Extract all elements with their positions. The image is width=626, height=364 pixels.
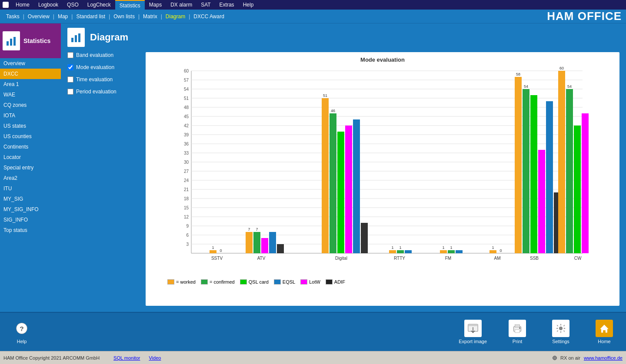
- svg-text:7: 7: [248, 227, 250, 232]
- help-button[interactable]: ? Help: [9, 320, 35, 344]
- menu-item-dxalarm[interactable]: DX alarm: [166, 0, 196, 10]
- svg-text:39: 39: [184, 132, 189, 137]
- svg-text:12: 12: [184, 215, 189, 219]
- svg-text:1: 1: [492, 245, 494, 250]
- svg-rect-67: [345, 126, 352, 253]
- nav-map[interactable]: Map: [56, 13, 70, 20]
- chart-container: Mode evaluation 3: [146, 52, 619, 306]
- nav-overview[interactable]: Overview: [26, 13, 51, 20]
- svg-text:0: 0: [499, 248, 502, 253]
- options-chart-layout: Band evaluation Mode evaluation Time eva…: [67, 52, 619, 306]
- menu-item-maps[interactable]: Maps: [145, 0, 166, 10]
- svg-text:9: 9: [186, 224, 189, 228]
- svg-text:FM: FM: [445, 256, 451, 261]
- svg-rect-88: [515, 77, 522, 253]
- sidebar-item-iota[interactable]: IOTA: [0, 110, 61, 121]
- svg-text:1: 1: [399, 245, 401, 250]
- svg-rect-92: [530, 95, 537, 253]
- svg-rect-4: [75, 35, 77, 42]
- sidebar-item-top-status[interactable]: Top status: [0, 225, 61, 235]
- svg-text:3: 3: [186, 242, 189, 247]
- option-mode-evaluation[interactable]: Mode evaluation: [67, 64, 137, 70]
- option-band-evaluation[interactable]: Band evaluation: [67, 52, 137, 58]
- print-button[interactable]: Print: [504, 320, 530, 344]
- menu-item-statistics[interactable]: Statistics: [115, 0, 145, 10]
- menu-item-help[interactable]: Help: [239, 0, 258, 10]
- checkbox-band-evaluation[interactable]: [67, 52, 73, 58]
- nav-dxcc-award[interactable]: DXCC Award: [192, 13, 226, 20]
- sidebar-item-itu[interactable]: ITU: [0, 183, 61, 194]
- svg-text:SSB: SSB: [530, 256, 539, 261]
- legend-confirmed: = confirmed: [201, 279, 235, 285]
- menu-item-logcheck[interactable]: LogCheck: [83, 0, 115, 10]
- print-label: Print: [513, 339, 523, 344]
- svg-rect-58: [261, 238, 268, 253]
- sidebar-item-my-sig-info[interactable]: MY_SIG_INFO: [0, 204, 61, 215]
- svg-text:30: 30: [184, 160, 189, 165]
- checkbox-mode-evaluation[interactable]: [67, 64, 73, 70]
- svg-rect-73: [397, 250, 404, 253]
- option-time-evaluation[interactable]: Time evaluation: [67, 76, 137, 83]
- video-link[interactable]: Video: [149, 355, 161, 361]
- sidebar-item-locator[interactable]: Locator: [0, 152, 61, 162]
- sidebar: Statistics Overview DXCC Area 1 WAE CQ z…: [0, 23, 61, 312]
- settings-label: Settings: [552, 339, 569, 344]
- export-image-button[interactable]: Export image: [459, 320, 487, 344]
- svg-rect-93: [538, 150, 545, 253]
- sidebar-item-cqzones[interactable]: CQ zones: [0, 100, 61, 110]
- svg-text:36: 36: [184, 142, 189, 146]
- checkbox-period-evaluation[interactable]: [67, 89, 73, 95]
- svg-text:AM: AM: [494, 256, 501, 261]
- svg-rect-56: [253, 232, 260, 253]
- menu-item-extras[interactable]: Extras: [215, 0, 239, 10]
- option-period-label: Period evaluation: [76, 89, 117, 95]
- nav-standard-list[interactable]: Standard list: [74, 13, 107, 20]
- svg-text:0: 0: [220, 248, 222, 253]
- svg-rect-102: [582, 113, 589, 253]
- sidebar-item-area2[interactable]: Area2: [0, 173, 61, 183]
- sidebar-item-special-entry[interactable]: Special entry: [0, 162, 61, 173]
- sidebar-item-continents[interactable]: Continents: [0, 142, 61, 152]
- content-header: Diagram: [67, 28, 619, 47]
- checkbox-time-evaluation[interactable]: [67, 76, 73, 83]
- svg-text:1: 1: [212, 245, 214, 250]
- svg-text:58: 58: [516, 72, 520, 76]
- sidebar-item-us-counties[interactable]: US counties: [0, 131, 61, 142]
- svg-rect-68: [353, 119, 360, 253]
- legend-worked: = worked: [167, 279, 196, 285]
- menu-item-home[interactable]: Home: [11, 0, 34, 10]
- website-link[interactable]: www.hamoffice.de: [584, 355, 623, 361]
- menu-item-qso[interactable]: QSO: [63, 0, 83, 10]
- sidebar-item-wae[interactable]: WAE: [0, 89, 61, 100]
- home-button[interactable]: Home: [591, 320, 617, 344]
- svg-rect-69: [361, 223, 368, 253]
- nav-own-lists[interactable]: Own lists: [112, 13, 137, 20]
- options-panel: Band evaluation Mode evaluation Time eva…: [67, 52, 137, 306]
- svg-rect-62: [322, 98, 329, 253]
- sidebar-item-overview[interactable]: Overview: [0, 58, 61, 69]
- sidebar-item-us-states[interactable]: US states: [0, 121, 61, 131]
- sidebar-item-my-sig[interactable]: MY_SIG: [0, 194, 61, 204]
- sidebar-header: Statistics: [0, 23, 61, 58]
- sidebar-item-sig-info[interactable]: SIG_INFO: [0, 215, 61, 225]
- nav-diagram[interactable]: Diagram: [164, 13, 187, 20]
- sql-monitor-link[interactable]: SQL monitor: [113, 355, 140, 361]
- nav-tasks[interactable]: Tasks: [4, 13, 21, 20]
- sidebar-list: Overview DXCC Area 1 WAE CQ zones IOTA U…: [0, 58, 61, 312]
- menu-item-logbook[interactable]: Logbook: [34, 0, 63, 10]
- sidebar-item-area1[interactable]: Area 1: [0, 79, 61, 89]
- svg-rect-101: [574, 126, 581, 253]
- svg-text:60: 60: [559, 66, 564, 70]
- svg-rect-111: [515, 330, 519, 333]
- menu-item-sat[interactable]: SAT: [196, 0, 215, 10]
- svg-text:CW: CW: [574, 256, 582, 261]
- nav-sep-1: |: [23, 13, 24, 20]
- legend-eqsl: EQSL: [274, 279, 295, 285]
- sidebar-item-dxcc[interactable]: DXCC: [0, 69, 61, 79]
- svg-text:46: 46: [331, 109, 335, 113]
- status-bar: HAM Office Copyright 2021 ARCOMM GmbH SQ…: [0, 351, 626, 364]
- settings-button[interactable]: Settings: [548, 320, 574, 344]
- option-period-evaluation[interactable]: Period evaluation: [67, 89, 137, 95]
- bottom-toolbar: ? Help Export image Print: [0, 312, 626, 351]
- nav-matrix[interactable]: Matrix: [141, 13, 159, 20]
